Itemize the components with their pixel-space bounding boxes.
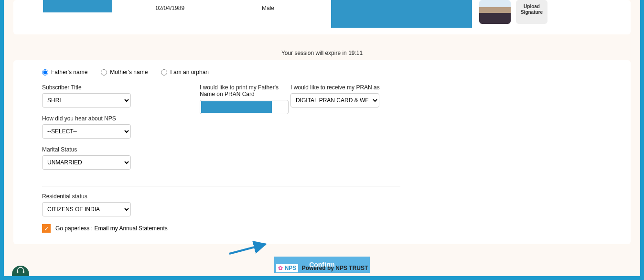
sig-line1: Upload <box>524 4 540 9</box>
paperless-checkbox[interactable]: ✓ <box>42 224 51 233</box>
radio-fathers-name[interactable]: Father's name <box>42 69 87 75</box>
radio-orphan[interactable]: I am an orphan <box>161 69 209 75</box>
footer: ✿ NPS Powered by NPS TRUST <box>4 264 640 272</box>
how-hear-select[interactable]: --SELECT-- <box>42 124 131 139</box>
session-expiry-text: Your session will expire in 19:11 <box>4 50 640 56</box>
separator <box>42 186 400 186</box>
radio-fathers-input[interactable] <box>42 69 48 75</box>
radio-mothers-input[interactable] <box>101 69 107 75</box>
subscriber-title-label: Subscriber Title <box>42 84 166 91</box>
personal-details-form: Father's name Mother's name I am an orph… <box>13 60 631 244</box>
residential-status-label: Residential status <box>42 193 602 200</box>
nps-logo-text: NPS <box>285 265 297 271</box>
summary-card: 02/04/1989 Male Upload Signature <box>13 0 631 34</box>
radio-mothers-name[interactable]: Mother's name <box>101 69 148 75</box>
svg-rect-2 <box>23 271 24 273</box>
radio-orphan-input[interactable] <box>161 69 167 75</box>
radio-fathers-label: Father's name <box>51 69 87 75</box>
upload-signature-box[interactable]: Upload Signature <box>516 0 547 24</box>
residential-status-select[interactable]: CITIZENS OF INDIA <box>42 202 131 216</box>
applicant-photo <box>479 0 511 24</box>
svg-rect-1 <box>17 271 18 273</box>
father-name-input[interactable] <box>200 100 289 114</box>
radio-mothers-label: Mother's name <box>110 69 148 75</box>
nps-flower-icon: ✿ <box>278 265 283 271</box>
headset-icon <box>16 267 25 274</box>
gender-value: Male <box>262 5 274 11</box>
svg-line-0 <box>229 244 266 254</box>
how-hear-label: How did you hear about NPS <box>42 115 166 122</box>
receive-pran-as-select[interactable]: DIGITAL PRAN CARD & WELCOM <box>290 93 379 108</box>
nps-logo: ✿ NPS <box>276 264 299 272</box>
marital-status-label: Marital Status <box>42 146 166 153</box>
receive-pran-as-label: I would like to receive my PRAN as <box>290 84 415 91</box>
print-father-name-label: I would like to print my Father's Name o… <box>200 84 290 97</box>
name-masked-block <box>43 0 112 12</box>
marital-status-select[interactable]: UNMARRIED <box>42 155 131 170</box>
masked-data-block <box>331 0 472 28</box>
dob-value: 02/04/1989 <box>156 5 184 11</box>
powered-by-text: Powered by NPS TRUST <box>302 265 368 271</box>
paperless-label: Go paperless : Email my Annual Statement… <box>55 225 168 232</box>
sig-line2: Signature <box>521 10 543 15</box>
radio-orphan-label: I am an orphan <box>170 69 209 75</box>
subscriber-title-select[interactable]: SHRI <box>42 93 131 108</box>
father-name-masked-value <box>201 101 272 113</box>
parent-name-radiogroup: Father's name Mother's name I am an orph… <box>42 69 602 75</box>
